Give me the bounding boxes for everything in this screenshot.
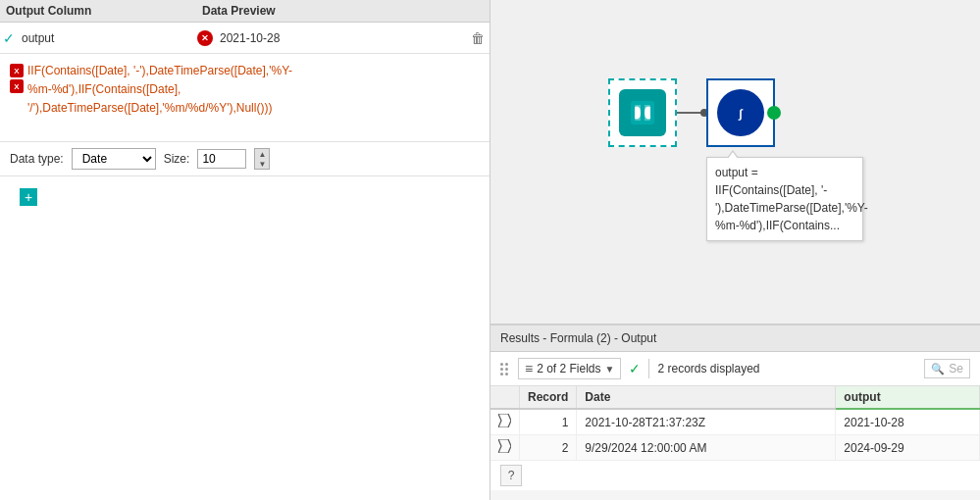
formula-icon-2: X bbox=[10, 79, 24, 93]
results-table: Record Date output 1 2021-10-28T21:37:23… bbox=[490, 386, 980, 461]
canvas-area[interactable]: ∫ output = IIF(Contains([Date], '-'),Dat… bbox=[490, 0, 980, 324]
row-date-1: 2021-10-28T21:37:23Z bbox=[577, 409, 836, 435]
fields-dropdown-arrow: ▼ bbox=[605, 364, 615, 375]
node-output-connector bbox=[767, 106, 781, 120]
field-checkmark: ✓ bbox=[0, 30, 18, 46]
fields-count: 2 of 2 Fields bbox=[537, 362, 600, 375]
field-row[interactable]: ✓ output ✕ 2021-10-28 🗑 bbox=[0, 23, 490, 54]
datatype-label: Data type: bbox=[10, 152, 64, 166]
table-row: 1 2021-10-28T21:37:23Z 2021-10-28 bbox=[490, 409, 980, 435]
formula-tooltip: output = IIF(Contains([Date], '-'),DateT… bbox=[706, 157, 863, 241]
left-panel: Output Column Data Preview ✓ output ✕ 20… bbox=[0, 0, 490, 500]
size-down-btn[interactable]: ▼ bbox=[255, 159, 269, 169]
size-label: Size: bbox=[164, 152, 190, 166]
table-row: 2 9/29/2024 12:00:00 AM 2024-09-29 bbox=[490, 435, 980, 461]
results-header: Results - Formula (2) - Output bbox=[490, 325, 980, 352]
formula-text-block[interactable]: IIF(Contains([Date], '-'),DateTimeParse(… bbox=[27, 62, 292, 119]
svg-marker-6 bbox=[498, 439, 511, 453]
right-panel: ∫ output = IIF(Contains([Date], '-'),Dat… bbox=[490, 0, 980, 500]
col-header-record: Record bbox=[520, 386, 577, 409]
formula-icon-1: X bbox=[10, 64, 24, 77]
records-count: 2 records displayed bbox=[657, 362, 759, 375]
svg-rect-2 bbox=[641, 101, 645, 125]
formula-area: X X IIF(Contains([Date], '-'),DateTimePa… bbox=[0, 54, 490, 142]
formula-icon-3 bbox=[10, 95, 24, 109]
search-placeholder: Se bbox=[949, 362, 963, 375]
clear-field-icon[interactable]: ✕ bbox=[197, 30, 213, 46]
row-output-2: 2024-09-29 bbox=[836, 435, 980, 461]
row-date-2: 9/29/2024 12:00:00 AM bbox=[577, 435, 836, 461]
drag-handle bbox=[500, 363, 508, 375]
input-node[interactable] bbox=[608, 78, 677, 147]
size-spinner[interactable]: ▲ ▼ bbox=[254, 148, 270, 170]
row-icon-1 bbox=[490, 409, 520, 435]
bottom-icons: ? bbox=[490, 461, 980, 490]
col-header-select bbox=[490, 386, 520, 409]
formula-line3: '/'),DateTimeParse([Date],'%m/%d/%Y'),Nu… bbox=[27, 101, 272, 115]
input-node-icon bbox=[619, 89, 666, 136]
col-header-date: Date bbox=[577, 386, 836, 409]
formula-line2: %m-%d'),IIF(Contains([Date], bbox=[27, 82, 181, 96]
apply-fields-icon[interactable]: ✓ bbox=[629, 361, 641, 376]
delete-field-icon[interactable]: 🗑 bbox=[466, 30, 490, 46]
formula-line1: IIF(Contains([Date], '-'),DateTimeParse(… bbox=[27, 64, 292, 77]
search-icon: 🔍 bbox=[931, 363, 945, 375]
column-headers: Output Column Data Preview bbox=[0, 0, 490, 23]
fields-selector-icon: ≡ bbox=[525, 361, 533, 376]
tooltip-arrow-inner bbox=[728, 152, 738, 159]
formula-node[interactable]: ∫ bbox=[706, 78, 775, 147]
add-field-section: + bbox=[0, 176, 490, 218]
formula-node-icon: ∫ bbox=[717, 89, 764, 136]
fields-selector[interactable]: ≡ 2 of 2 Fields ▼ bbox=[518, 358, 621, 379]
help-icon-btn[interactable]: ? bbox=[500, 465, 522, 486]
results-toolbar: ≡ 2 of 2 Fields ▼ ✓ 2 records displayed … bbox=[490, 352, 980, 386]
preview-column-header: Data Preview bbox=[202, 4, 276, 18]
datatype-row: Data type: Date DateTime String Size: ▲ … bbox=[0, 142, 490, 176]
row-output-1: 2021-10-28 bbox=[836, 409, 980, 435]
toolbar-divider bbox=[648, 359, 649, 378]
field-name[interactable]: output bbox=[18, 31, 196, 45]
datatype-select[interactable]: Date DateTime String bbox=[72, 148, 156, 170]
row-num-2: 2 bbox=[520, 435, 577, 461]
row-num-1: 1 bbox=[520, 409, 577, 435]
tooltip-text: output = IIF(Contains([Date], '-'),DateT… bbox=[715, 166, 868, 232]
field-preview-value: 2021-10-28 bbox=[214, 31, 466, 45]
size-input[interactable] bbox=[197, 149, 246, 169]
svg-marker-5 bbox=[498, 414, 511, 427]
add-field-button[interactable]: + bbox=[20, 188, 37, 206]
workflow-nodes: ∫ bbox=[608, 78, 775, 147]
size-up-btn[interactable]: ▲ bbox=[255, 149, 269, 159]
row-icon-2 bbox=[490, 435, 520, 461]
results-panel: Results - Formula (2) - Output ≡ 2 of 2 … bbox=[490, 324, 980, 500]
search-box[interactable]: 🔍 Se bbox=[924, 359, 970, 378]
col-header-output: output bbox=[836, 386, 980, 409]
output-column-header: Output Column bbox=[6, 4, 202, 18]
